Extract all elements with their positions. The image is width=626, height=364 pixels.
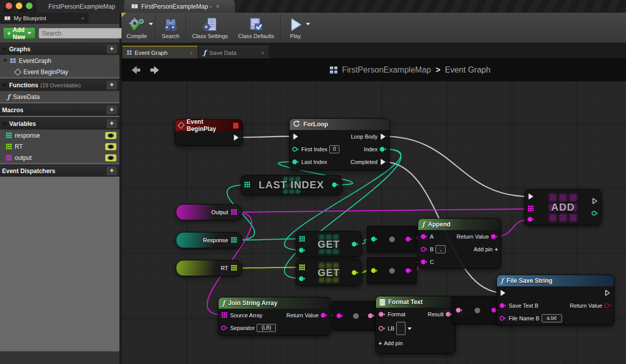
event-beginplay[interactable]: Event BeginPlay [175, 119, 243, 146]
join-string-array-pin-separator-pin[interactable] [221, 324, 228, 331]
add-event-dispatchers-button[interactable]: + [106, 166, 117, 176]
last-index-node[interactable]: LAST INDEX [241, 175, 342, 195]
close-icon[interactable]: × [190, 50, 193, 56]
conv-d[interactable] [452, 296, 503, 324]
window-close-button[interactable] [6, 3, 12, 9]
event-beginplay-pin-exec-out-pin[interactable] [233, 134, 240, 141]
chevron-down-icon[interactable] [408, 327, 412, 330]
back-arrow-icon[interactable] [130, 64, 142, 76]
var-output[interactable]: Output [176, 204, 242, 220]
tab-event-graph[interactable]: Event Graph × [122, 46, 198, 58]
var-output-pin-pin-pin[interactable] [231, 209, 238, 216]
forloop-pin-loop-body-pin[interactable] [380, 133, 387, 140]
sidebar-section-graphs[interactable]: Graphs+ [0, 43, 119, 55]
sidebar-item-event-beginplay[interactable]: Event BeginPlay [0, 66, 119, 77]
class-defaults-button[interactable]: Class Defaults [233, 13, 279, 43]
window-minimize-button[interactable] [16, 3, 22, 9]
var-rt[interactable]: RT [176, 260, 242, 276]
forloop-pin-index-pin[interactable] [380, 146, 387, 152]
sidebar-item-eventgraph[interactable]: EventGraph [0, 55, 119, 66]
forloop-pin-first-index-pin[interactable] [292, 146, 299, 152]
class-settings-button[interactable]: Class Settings [187, 13, 233, 43]
sidebar-section-variables[interactable]: Variables+ [0, 117, 119, 129]
collapse-arrow-icon[interactable] [2, 48, 7, 51]
collapse-arrow-icon[interactable] [3, 59, 7, 62]
search-button[interactable]: Search [156, 13, 184, 43]
format-text[interactable]: Format TextFormatResultLB+Add pin [375, 296, 456, 354]
sidebar-item-rt[interactable]: RT [0, 141, 119, 152]
format-text-pin-format-in-pin[interactable] [379, 311, 386, 317]
add-new-button[interactable]: + Add New [3, 27, 36, 39]
visibility-eye-toggle[interactable] [105, 132, 116, 139]
window-zoom-button[interactable] [26, 3, 33, 9]
append-pin-c-pin[interactable] [421, 258, 428, 265]
collapse-arrow-icon[interactable] [2, 84, 7, 87]
sidebar-item-output[interactable]: output [0, 152, 119, 163]
forloop-pin-last-index-pin[interactable] [292, 158, 299, 165]
node-header[interactable]: ForLoop [290, 119, 389, 130]
close-icon[interactable]: × [216, 3, 220, 10]
tab-save-data[interactable]: ƒ Save Data × [199, 46, 269, 58]
forloop[interactable]: ForLoopLoop BodyFirst Index0IndexLast In… [289, 118, 390, 170]
plus-icon[interactable]: + [379, 340, 382, 346]
conv-b-pin-in-pin[interactable] [371, 268, 378, 274]
visibility-eye-toggle[interactable] [105, 154, 116, 161]
node-header[interactable]: ƒJoin String Array [218, 297, 330, 309]
node-header[interactable]: Event BeginPlay [175, 120, 242, 131]
add-graphs-button[interactable]: + [106, 44, 117, 54]
format-text-pin-lb-pin[interactable] [379, 325, 386, 332]
add-node[interactable]: ADD [524, 189, 602, 225]
conv-a[interactable] [367, 226, 417, 252]
file-save-string-value-input[interactable]: a.txt [542, 314, 562, 322]
chevron-down-icon[interactable] [149, 23, 153, 25]
add-functions-button[interactable]: + [106, 80, 117, 90]
file-save-string-pin-exec-in-pin[interactable] [499, 289, 507, 296]
append-pin-a-pin[interactable] [421, 233, 428, 240]
node-header[interactable]: ƒAppend [418, 219, 500, 230]
join-string-array-value-input[interactable]: {LB} [257, 324, 276, 332]
append-pin-return-pin[interactable] [491, 233, 498, 240]
conv-c-pin-out-pin[interactable] [368, 313, 375, 319]
conv-c[interactable] [332, 301, 379, 330]
get1[interactable]: GET [296, 231, 362, 257]
tab-my-blueprint[interactable]: My Blueprint × [0, 13, 88, 24]
node-header[interactable]: ƒFile Save String [497, 275, 614, 286]
append-value-input[interactable]: , [435, 245, 446, 253]
sidebar-section-event-dispatchers[interactable]: Event Dispatchers+ [0, 164, 119, 177]
append-pin-b-pin[interactable] [421, 246, 428, 252]
play-button[interactable]: Play [281, 13, 309, 43]
file-save-string-pin-save-text-pin[interactable] [499, 302, 507, 309]
chevron-down-icon[interactable] [306, 23, 310, 25]
breadcrumb-root[interactable]: FirstPersonExampleMap [342, 65, 431, 75]
var-response-pin-pin-pin[interactable] [231, 237, 238, 244]
forward-arrow-icon[interactable] [149, 64, 161, 76]
window-tab-level[interactable]: FirstPersonExampleMap [37, 0, 127, 13]
compile-button[interactable]: Compile [121, 13, 152, 43]
join-string-array[interactable]: ƒJoin String ArraySource ArrayReturn Val… [218, 297, 331, 336]
close-icon[interactable]: × [81, 15, 84, 21]
conv-a-pin-in-pin[interactable] [371, 236, 378, 243]
join-string-array-pin-source-array-pin[interactable] [221, 312, 228, 318]
var-response[interactable]: Response [176, 232, 242, 248]
conv-b-pin-out-pin[interactable] [405, 268, 413, 274]
sidebar-item-response[interactable]: response [0, 129, 119, 141]
collapse-arrow-icon[interactable] [2, 122, 7, 125]
conv-d-pin-in-pin[interactable] [456, 307, 463, 314]
add-variables-button[interactable]: + [106, 119, 117, 128]
file-save-string-pin-exec-out-pin[interactable] [604, 289, 611, 296]
file-save-string-pin-file-name-pin[interactable] [499, 315, 507, 321]
file-save-string-pin-return-pin[interactable] [604, 302, 611, 309]
conv-b[interactable] [367, 257, 417, 284]
plus-icon[interactable]: + [495, 246, 498, 252]
conv-c-pin-in-pin[interactable] [336, 313, 343, 319]
blueprint-graph-canvas[interactable]: Event BeginPlayForLoopLoop BodyFirst Ind… [121, 58, 626, 364]
sidebar-section-macros[interactable]: Macros+ [0, 104, 119, 116]
forloop-value-input[interactable]: 0 [329, 145, 339, 153]
search-input[interactable] [41, 29, 122, 38]
node-header[interactable]: Format Text [376, 296, 455, 308]
add-macros-button[interactable]: + [106, 105, 117, 115]
format-text-value-input[interactable] [396, 322, 405, 335]
sidebar-section-functions[interactable]: Functions(19 Overridable)+ [0, 79, 119, 91]
sidebar-item-savedata[interactable]: ƒSaveData [0, 91, 119, 102]
append[interactable]: ƒAppendAReturn ValueB,Add pin+C [418, 218, 501, 269]
